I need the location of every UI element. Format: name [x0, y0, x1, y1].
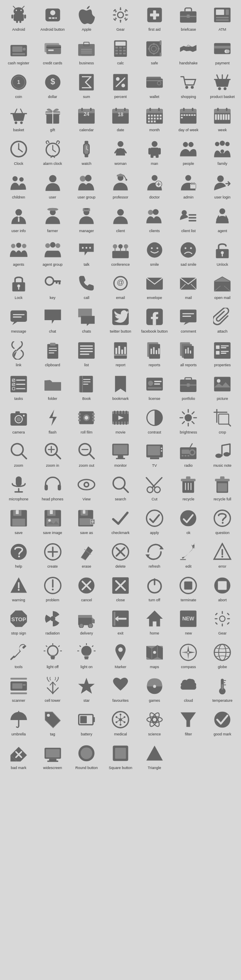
icon-cell-message[interactable]: message: [2, 304, 36, 337]
icon-cell-create[interactable]: create: [36, 539, 70, 572]
icon-cell-report[interactable]: report: [103, 337, 138, 371]
icon-cell-call[interactable]: call: [69, 270, 103, 304]
icon-cell-tag[interactable]: tag: [36, 706, 70, 740]
icon-cell-terminate[interactable]: terminate: [172, 572, 206, 606]
icon-cell-user-login[interactable]: user login: [205, 169, 239, 203]
icon-cell-abort[interactable]: abort: [205, 572, 239, 606]
icon-cell-business[interactable]: business: [69, 35, 103, 69]
icon-cell-chats[interactable]: chats: [69, 304, 103, 337]
icon-cell-facebook[interactable]: facebook button: [138, 304, 172, 337]
icon-cell-cut[interactable]: Cut: [138, 471, 172, 505]
icon-cell-science[interactable]: science: [138, 706, 172, 740]
icon-cell-safe[interactable]: safe: [138, 35, 172, 69]
icon-cell-checkmark[interactable]: checkmark: [103, 505, 138, 539]
icon-cell-headphones[interactable]: head phones: [36, 471, 70, 505]
icon-cell-tools[interactable]: tools: [2, 639, 36, 673]
icon-cell-search[interactable]: search: [103, 471, 138, 505]
icon-cell-problem[interactable]: problem: [36, 572, 70, 606]
icon-cell-triangle[interactable]: Triangle: [138, 740, 172, 774]
icon-cell-question[interactable]: question: [205, 505, 239, 539]
icon-cell-roll-film[interactable]: roll film: [69, 404, 103, 438]
icon-cell-wallet[interactable]: wallet: [138, 69, 172, 103]
icon-cell-apple[interactable]: Apple: [69, 2, 103, 35]
icon-cell-cloud[interactable]: cloud: [172, 673, 206, 706]
icon-cell-client-list[interactable]: client list: [172, 203, 206, 237]
icon-cell-help[interactable]: help: [2, 539, 36, 572]
icon-cell-cancel[interactable]: cancel: [69, 572, 103, 606]
icon-cell-recycle[interactable]: recycle: [172, 471, 206, 505]
icon-cell-flash[interactable]: flash: [36, 404, 70, 438]
icon-cell-agents[interactable]: agents: [2, 237, 36, 270]
icon-cell-exit[interactable]: exit: [103, 605, 138, 639]
icon-cell-delivery[interactable]: delivery: [69, 605, 103, 639]
icon-cell-conference[interactable]: conference: [103, 237, 138, 270]
icon-cell-umbrella[interactable]: umbrella: [2, 706, 36, 740]
icon-cell-basket[interactable]: basket: [2, 102, 36, 136]
icon-cell-product-basket[interactable]: product basket: [205, 69, 239, 103]
icon-cell-key[interactable]: key: [36, 270, 70, 304]
icon-cell-recycle-full[interactable]: recycle full: [205, 471, 239, 505]
icon-cell-talk[interactable]: talk: [69, 237, 103, 270]
icon-cell-chat[interactable]: chat: [36, 304, 70, 337]
icon-cell-bookmark[interactable]: bookmark: [103, 371, 138, 404]
icon-cell-turn-off[interactable]: turn off: [138, 572, 172, 606]
icon-cell-handshake[interactable]: handshake: [172, 35, 206, 69]
icon-cell-date[interactable]: 18date: [103, 102, 138, 136]
icon-cell-first-aid[interactable]: first aid: [138, 2, 172, 35]
icon-cell-watch[interactable]: watch: [69, 136, 103, 169]
icon-cell-gear2[interactable]: Gear: [205, 605, 239, 639]
icon-cell-globe[interactable]: globe: [205, 639, 239, 673]
icon-cell-week[interactable]: week: [205, 102, 239, 136]
icon-cell-envelope[interactable]: envelope: [138, 270, 172, 304]
icon-cell-mail[interactable]: mail: [172, 270, 206, 304]
icon-cell-filter[interactable]: filter: [172, 706, 206, 740]
icon-cell-games[interactable]: games: [138, 673, 172, 706]
icon-cell-view[interactable]: View: [69, 471, 103, 505]
icon-cell-smile[interactable]: smile: [138, 237, 172, 270]
icon-cell-lock[interactable]: Lock: [2, 270, 36, 304]
icon-cell-user-info[interactable]: user info: [2, 203, 36, 237]
icon-cell-people[interactable]: people: [172, 136, 206, 169]
icon-cell-tv[interactable]: TV: [138, 438, 172, 471]
icon-cell-payment[interactable]: payment: [205, 35, 239, 69]
icon-cell-widescreen[interactable]: widescreen: [36, 740, 70, 774]
icon-cell-close[interactable]: close: [103, 572, 138, 606]
icon-cell-maps[interactable]: maps: [138, 639, 172, 673]
icon-cell-error[interactable]: error: [205, 539, 239, 572]
icon-cell-man[interactable]: man: [138, 136, 172, 169]
icon-cell-movie[interactable]: movie: [103, 404, 138, 438]
icon-cell-warning[interactable]: warning: [2, 572, 36, 606]
icon-cell-folder[interactable]: folder: [36, 371, 70, 404]
icon-cell-temperature[interactable]: temperature: [205, 673, 239, 706]
icon-cell-cash-register[interactable]: cash register: [2, 35, 36, 69]
icon-cell-link[interactable]: link: [2, 337, 36, 371]
icon-cell-sad-smile[interactable]: sad smile: [172, 237, 206, 270]
icon-cell-user-group[interactable]: user group: [69, 169, 103, 203]
icon-cell-music-note[interactable]: music note: [205, 438, 239, 471]
icon-cell-farmer[interactable]: farmer: [36, 203, 70, 237]
icon-cell-delete[interactable]: delete: [103, 539, 138, 572]
icon-cell-credit-cards[interactable]: credit cards: [36, 35, 70, 69]
icon-cell-medical[interactable]: medical: [103, 706, 138, 740]
icon-cell-contrast[interactable]: contrast: [138, 404, 172, 438]
icon-cell-zoom-in[interactable]: zoom in: [36, 438, 70, 471]
icon-cell-clipboard[interactable]: clipboard: [36, 337, 70, 371]
icon-cell-clients[interactable]: clients: [138, 203, 172, 237]
icon-cell-cell-tower[interactable]: cell tower: [36, 673, 70, 706]
icon-cell-open-mail[interactable]: open mail: [205, 270, 239, 304]
icon-cell-sum[interactable]: sum: [69, 69, 103, 103]
icon-cell-edit[interactable]: edit: [172, 539, 206, 572]
icon-cell-apply[interactable]: apply: [138, 505, 172, 539]
icon-cell-professor[interactable]: professor: [103, 169, 138, 203]
icon-cell-microphone[interactable]: microphone: [2, 471, 36, 505]
icon-cell-tasks[interactable]: tasks: [2, 371, 36, 404]
icon-cell-good-mark[interactable]: good mark: [205, 706, 239, 740]
icon-cell-ok[interactable]: ok: [172, 505, 206, 539]
icon-cell-zoom-out[interactable]: zoom out: [69, 438, 103, 471]
icon-cell-zoom[interactable]: zoom: [2, 438, 36, 471]
icon-cell-refresh[interactable]: refresh: [138, 539, 172, 572]
icon-cell-attach[interactable]: attach: [205, 304, 239, 337]
icon-cell-shopping[interactable]: shopping: [172, 69, 206, 103]
icon-cell-family[interactable]: family: [205, 136, 239, 169]
icon-cell-marker[interactable]: Marker: [103, 639, 138, 673]
